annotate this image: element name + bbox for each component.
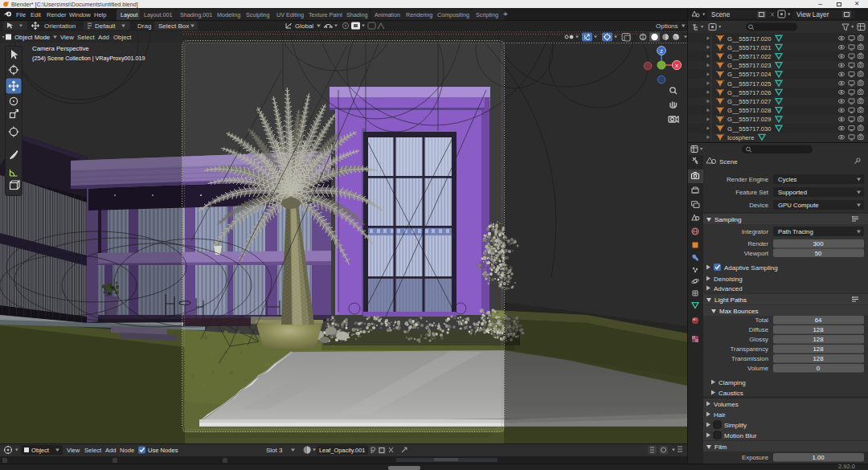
- svg-text:Caustics: Caustics: [719, 390, 743, 397]
- svg-text:Advanced: Advanced: [714, 285, 743, 292]
- svg-text:Motion Blur: Motion Blur: [724, 432, 757, 439]
- svg-text:128: 128: [813, 345, 823, 353]
- svg-text:Film: Film: [714, 443, 727, 451]
- svg-text:Scene: Scene: [711, 11, 731, 18]
- svg-text:Render Engine: Render Engine: [727, 176, 768, 183]
- svg-text:Transmission: Transmission: [731, 355, 768, 362]
- svg-text:Transparency: Transparency: [731, 345, 768, 353]
- svg-text:Camera Perspective: Camera Perspective: [32, 45, 89, 52]
- svg-text:Object: Object: [113, 34, 132, 41]
- svg-text:G__555717.030: G__555717.030: [727, 125, 771, 133]
- svg-text:G__555717.028: G__555717.028: [727, 107, 771, 114]
- svg-text:Node: Node: [120, 447, 134, 454]
- svg-text:Select: Select: [84, 447, 102, 454]
- svg-text:View: View: [60, 34, 74, 41]
- svg-text:G__555717.029: G__555717.029: [727, 116, 771, 123]
- svg-text:X: X: [675, 63, 678, 68]
- svg-text:Exposure: Exposure: [742, 454, 768, 461]
- svg-text:Device: Device: [749, 202, 768, 209]
- svg-text:Icosphere: Icosphere: [727, 134, 754, 141]
- svg-text:G__555717.027: G__555717.027: [727, 98, 771, 105]
- svg-text:G__555717.020: G__555717.020: [727, 35, 771, 43]
- svg-text:128: 128: [813, 326, 823, 333]
- svg-text:View Layer: View Layer: [796, 11, 829, 18]
- svg-text:Object: Object: [31, 447, 50, 454]
- svg-text:300: 300: [813, 240, 824, 247]
- svg-text:Select: Select: [77, 34, 96, 41]
- svg-text:128: 128: [813, 355, 823, 362]
- svg-text:Hair: Hair: [714, 411, 726, 419]
- svg-text:Sampling: Sampling: [714, 216, 741, 223]
- svg-text:Max Bounces: Max Bounces: [719, 308, 758, 315]
- svg-text:Path Tracing: Path Tracing: [778, 228, 813, 235]
- svg-text:Feature Set: Feature Set: [735, 189, 769, 196]
- svg-text:Glossy: Glossy: [749, 336, 768, 343]
- svg-text:G__555717.021: G__555717.021: [727, 44, 771, 51]
- svg-text:50: 50: [815, 250, 822, 257]
- svg-text:Integrator: Integrator: [742, 228, 769, 235]
- svg-text:Global: Global: [295, 22, 313, 30]
- svg-text:Simplify: Simplify: [724, 422, 747, 429]
- svg-text:Volumes: Volumes: [714, 401, 739, 408]
- svg-text:G__555717.022: G__555717.022: [727, 53, 771, 60]
- svg-text:128: 128: [813, 336, 823, 343]
- svg-text:Slot 3: Slot 3: [266, 447, 283, 454]
- svg-text:Add: Add: [98, 34, 109, 41]
- svg-text:G__555717.026: G__555717.026: [727, 89, 771, 96]
- svg-text:Render: Render: [747, 240, 768, 247]
- svg-text:Adaptive Sampling: Adaptive Sampling: [724, 264, 778, 272]
- svg-text:Total: Total: [755, 317, 769, 324]
- svg-text:G__555717.025: G__555717.025: [727, 80, 771, 88]
- svg-text:Orientation: Orientation: [44, 22, 76, 30]
- svg-text:Viewport: Viewport: [744, 250, 769, 257]
- svg-text:64: 64: [815, 317, 822, 324]
- svg-text:Add: Add: [105, 447, 117, 454]
- svg-text:Use Nodes: Use Nodes: [148, 447, 178, 454]
- svg-text:Supported: Supported: [778, 189, 807, 196]
- svg-text:Clamping: Clamping: [719, 379, 746, 386]
- svg-text:G__555717.024: G__555717.024: [727, 71, 771, 78]
- svg-text:Drag: Drag: [137, 22, 151, 30]
- svg-text:Default: Default: [95, 22, 116, 30]
- svg-text:Denoising: Denoising: [714, 276, 743, 283]
- svg-text:View: View: [67, 447, 80, 454]
- svg-text:Object Mode: Object Mode: [14, 34, 50, 41]
- svg-text:0: 0: [817, 365, 821, 372]
- svg-text:Volume: Volume: [747, 365, 768, 372]
- svg-text:1.00: 1.00: [812, 454, 825, 461]
- svg-text:Scene: Scene: [719, 158, 738, 166]
- svg-text:Select Box: Select Box: [158, 22, 189, 30]
- svg-text:Cycles: Cycles: [778, 176, 796, 183]
- svg-text:Options: Options: [656, 22, 678, 30]
- svg-text:Light Paths: Light Paths: [714, 296, 747, 304]
- svg-text:(254) Scene Collection | VRayP: (254) Scene Collection | VRayProxy001.01…: [32, 55, 145, 62]
- svg-text:GPU Compute: GPU Compute: [778, 202, 819, 209]
- svg-text:Diffuse: Diffuse: [749, 326, 768, 333]
- svg-text:G__555717.023: G__555717.023: [727, 62, 771, 69]
- svg-text:Leaf_Opacity.001: Leaf_Opacity.001: [319, 447, 365, 454]
- svg-text:Z: Z: [660, 48, 663, 54]
